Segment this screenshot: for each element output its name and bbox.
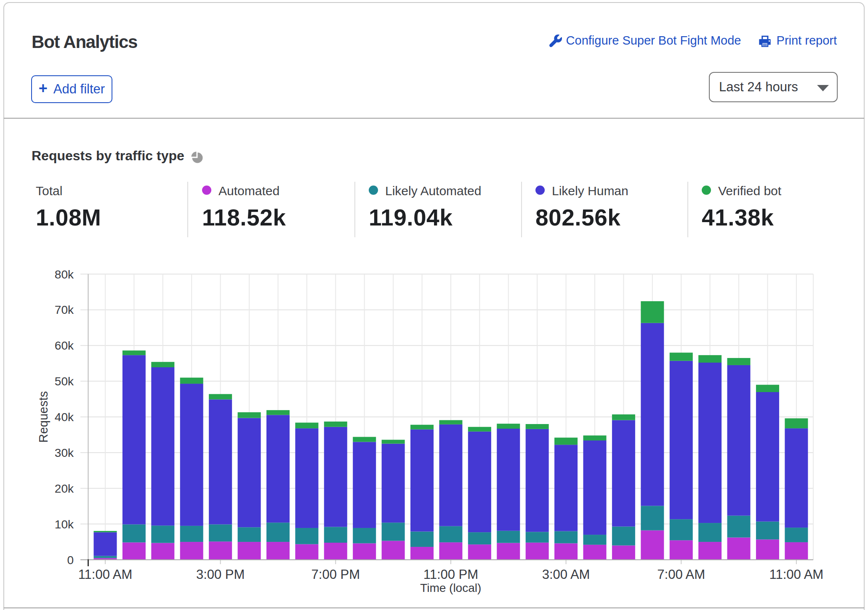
svg-text:0: 0: [67, 554, 74, 567]
svg-text:80k: 80k: [55, 268, 74, 281]
svg-text:3:00 AM: 3:00 AM: [542, 567, 590, 582]
svg-text:Time (local): Time (local): [420, 581, 481, 594]
svg-text:70k: 70k: [55, 303, 74, 316]
svg-text:11:00 PM: 11:00 PM: [423, 567, 478, 582]
svg-text:10k: 10k: [55, 518, 74, 531]
svg-text:60k: 60k: [55, 339, 74, 352]
svg-text:50k: 50k: [55, 375, 74, 388]
svg-text:7:00 AM: 7:00 AM: [657, 567, 705, 582]
svg-text:Requests: Requests: [37, 391, 50, 443]
svg-text:40k: 40k: [55, 411, 74, 424]
svg-text:7:00 PM: 7:00 PM: [312, 567, 360, 582]
svg-text:20k: 20k: [55, 482, 74, 495]
svg-text:3:00 PM: 3:00 PM: [196, 567, 245, 582]
svg-text:11:00 AM: 11:00 AM: [78, 567, 133, 582]
svg-text:11:00 AM: 11:00 AM: [769, 567, 823, 582]
svg-text:30k: 30k: [55, 446, 74, 459]
